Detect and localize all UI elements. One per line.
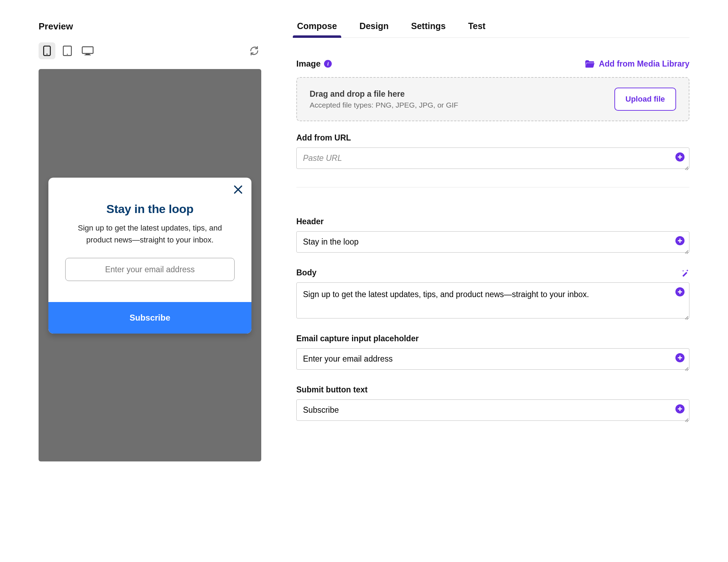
popup-submit-button[interactable]: Subscribe	[48, 302, 251, 334]
body-add-button[interactable]	[675, 287, 685, 296]
magic-wand-button[interactable]	[681, 269, 689, 277]
device-phone-button[interactable]	[39, 42, 55, 59]
email-placeholder-add-button[interactable]	[675, 353, 685, 362]
header-input[interactable]	[296, 231, 689, 253]
upload-file-button[interactable]: Upload file	[614, 88, 676, 111]
refresh-icon	[249, 46, 259, 56]
plus-icon	[678, 406, 682, 411]
image-section-label: Image i	[296, 59, 332, 69]
popup-close-button[interactable]	[233, 185, 243, 194]
url-input[interactable]	[296, 148, 689, 169]
plus-icon	[678, 355, 682, 360]
tab-compose[interactable]: Compose	[296, 21, 338, 37]
device-desktop-button[interactable]	[79, 42, 96, 59]
tablet-icon	[63, 46, 72, 56]
body-field-label: Body	[296, 268, 317, 277]
add-from-media-library-link[interactable]: Add from Media Library	[585, 59, 689, 69]
info-icon[interactable]: i	[324, 60, 332, 68]
email-placeholder-input[interactable]	[296, 348, 689, 370]
close-icon	[233, 185, 243, 194]
url-field-label: Add from URL	[296, 133, 351, 143]
preview-toolbar	[39, 42, 261, 59]
svg-rect-6	[85, 55, 91, 55]
preview-phone-frame: Stay in the loop Sign up to get the late…	[39, 69, 261, 461]
popup-email-input[interactable]	[65, 258, 235, 281]
popup-body: Sign up to get the latest updates, tips,…	[65, 222, 235, 246]
magic-wand-icon	[681, 269, 689, 277]
submit-text-input[interactable]	[296, 399, 689, 421]
preview-popup: Stay in the loop Sign up to get the late…	[48, 178, 251, 334]
popup-header: Stay in the loop	[65, 202, 235, 216]
svg-rect-4	[82, 47, 93, 54]
svg-point-3	[67, 54, 68, 55]
tab-test[interactable]: Test	[467, 21, 486, 37]
plus-icon	[678, 289, 682, 294]
plus-icon	[678, 238, 682, 243]
dropzone-subtitle: Accepted file types: PNG, JPEG, JPG, or …	[310, 101, 458, 109]
dropzone-title: Drag and drop a file here	[310, 89, 458, 99]
folder-open-icon	[585, 60, 595, 68]
header-field-label: Header	[296, 217, 324, 226]
refresh-button[interactable]	[247, 44, 261, 58]
tab-settings[interactable]: Settings	[410, 21, 446, 37]
submit-field-label: Submit button text	[296, 385, 368, 395]
plus-icon	[678, 155, 682, 159]
phone-icon	[43, 46, 51, 56]
editor-tabs: Compose Design Settings Test	[296, 21, 689, 38]
header-add-button[interactable]	[675, 236, 685, 245]
desktop-icon	[82, 46, 94, 55]
submit-add-button[interactable]	[675, 404, 685, 413]
body-input[interactable]	[296, 282, 689, 318]
tab-design[interactable]: Design	[359, 21, 389, 37]
svg-point-1	[46, 54, 47, 55]
svg-point-7	[683, 270, 684, 271]
image-dropzone[interactable]: Drag and drop a file here Accepted file …	[296, 77, 689, 121]
preview-title: Preview	[39, 21, 261, 32]
url-add-button[interactable]	[675, 152, 685, 162]
device-tablet-button[interactable]	[59, 42, 76, 59]
email-placeholder-field-label: Email capture input placeholder	[296, 334, 419, 343]
section-divider	[296, 187, 689, 187]
